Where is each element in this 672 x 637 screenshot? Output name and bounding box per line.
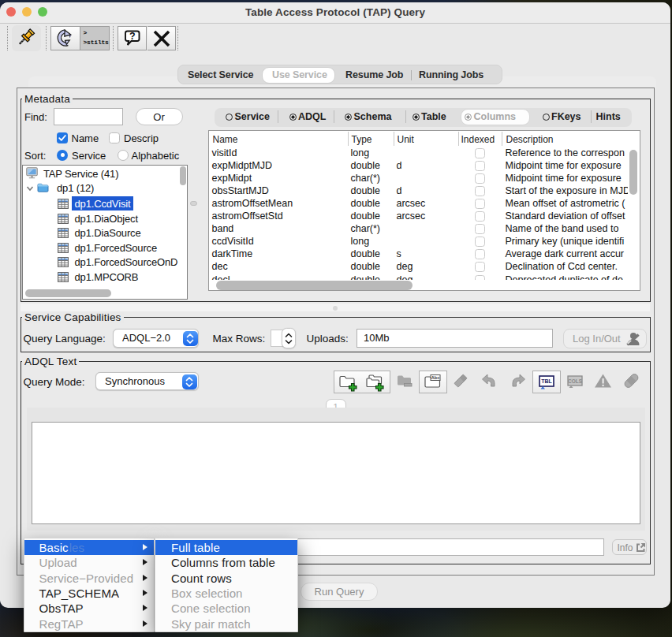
svg-text:TBL: TBL [541,378,552,384]
svg-text:COLS: COLS [568,378,583,383]
svg-text:Abc: Abc [431,375,439,380]
svg-text:?: ? [129,31,135,42]
